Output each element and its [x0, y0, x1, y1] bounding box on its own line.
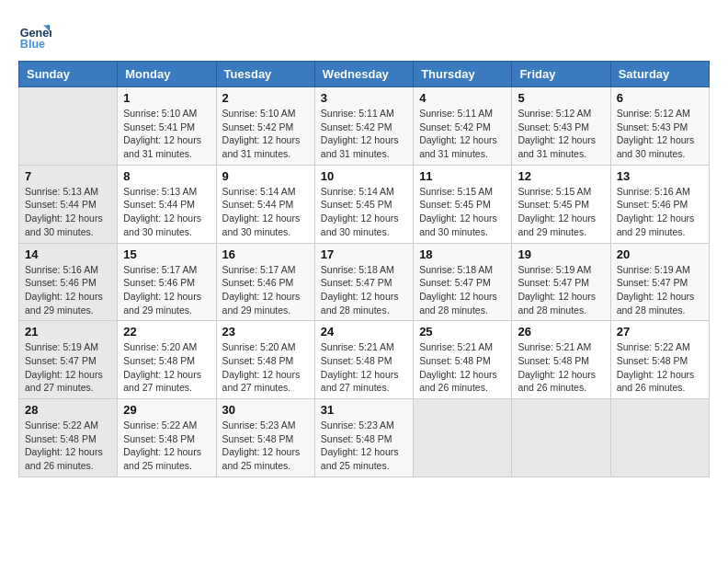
calendar-week-row: 28Sunrise: 5:22 AM Sunset: 5:48 PM Dayli… — [19, 399, 710, 477]
day-info: Sunrise: 5:21 AM Sunset: 5:48 PM Dayligh… — [419, 340, 506, 395]
day-number: 2 — [222, 91, 309, 105]
weekday-header: Sunday — [19, 62, 118, 87]
calendar-cell: 17Sunrise: 5:18 AM Sunset: 5:47 PM Dayli… — [314, 243, 413, 321]
calendar-cell: 13Sunrise: 5:16 AM Sunset: 5:46 PM Dayli… — [610, 165, 709, 243]
day-number: 13 — [617, 169, 703, 183]
day-number: 17 — [321, 247, 407, 261]
day-number: 12 — [518, 169, 604, 183]
weekday-header: Thursday — [414, 62, 512, 87]
calendar-cell: 6Sunrise: 5:12 AM Sunset: 5:43 PM Daylig… — [610, 87, 709, 166]
day-number: 21 — [25, 325, 111, 339]
day-info: Sunrise: 5:10 AM Sunset: 5:42 PM Dayligh… — [222, 107, 309, 161]
day-info: Sunrise: 5:13 AM Sunset: 5:44 PM Dayligh… — [123, 185, 210, 239]
calendar-cell: 31Sunrise: 5:23 AM Sunset: 5:48 PM Dayli… — [314, 399, 413, 477]
calendar-cell: 1Sunrise: 5:10 AM Sunset: 5:41 PM Daylig… — [118, 87, 216, 166]
calendar-cell: 26Sunrise: 5:21 AM Sunset: 5:48 PM Dayli… — [512, 321, 610, 399]
calendar-week-row: 14Sunrise: 5:16 AM Sunset: 5:46 PM Dayli… — [19, 243, 710, 321]
calendar-cell: 22Sunrise: 5:20 AM Sunset: 5:48 PM Dayli… — [118, 321, 216, 399]
weekday-header: Monday — [118, 62, 216, 87]
day-number: 29 — [123, 403, 210, 417]
calendar-cell: 20Sunrise: 5:19 AM Sunset: 5:47 PM Dayli… — [610, 243, 709, 321]
day-number: 11 — [419, 169, 506, 183]
day-info: Sunrise: 5:19 AM Sunset: 5:47 PM Dayligh… — [518, 263, 604, 317]
weekday-header: Tuesday — [216, 62, 314, 87]
day-info: Sunrise: 5:15 AM Sunset: 5:45 PM Dayligh… — [518, 185, 604, 239]
calendar-cell: 24Sunrise: 5:21 AM Sunset: 5:48 PM Dayli… — [314, 321, 413, 399]
day-info: Sunrise: 5:19 AM Sunset: 5:47 PM Dayligh… — [617, 263, 703, 317]
calendar-cell: 4Sunrise: 5:11 AM Sunset: 5:42 PM Daylig… — [414, 87, 512, 166]
calendar-header: SundayMondayTuesdayWednesdayThursdayFrid… — [19, 62, 710, 87]
calendar-cell: 30Sunrise: 5:23 AM Sunset: 5:48 PM Dayli… — [216, 399, 314, 477]
day-number: 28 — [25, 403, 111, 417]
day-number: 26 — [518, 325, 604, 339]
svg-text:Blue: Blue — [20, 38, 45, 51]
calendar-week-row: 7Sunrise: 5:13 AM Sunset: 5:44 PM Daylig… — [19, 165, 710, 243]
day-info: Sunrise: 5:16 AM Sunset: 5:46 PM Dayligh… — [617, 185, 703, 239]
day-info: Sunrise: 5:18 AM Sunset: 5:47 PM Dayligh… — [321, 263, 407, 317]
day-info: Sunrise: 5:23 AM Sunset: 5:48 PM Dayligh… — [222, 419, 309, 473]
day-info: Sunrise: 5:13 AM Sunset: 5:44 PM Dayligh… — [25, 185, 111, 239]
day-info: Sunrise: 5:12 AM Sunset: 5:43 PM Dayligh… — [518, 107, 604, 161]
calendar-cell: 5Sunrise: 5:12 AM Sunset: 5:43 PM Daylig… — [512, 87, 610, 166]
calendar-cell: 29Sunrise: 5:22 AM Sunset: 5:48 PM Dayli… — [118, 399, 216, 477]
calendar-cell: 9Sunrise: 5:14 AM Sunset: 5:44 PM Daylig… — [216, 165, 314, 243]
day-info: Sunrise: 5:22 AM Sunset: 5:48 PM Dayligh… — [25, 419, 111, 473]
day-info: Sunrise: 5:21 AM Sunset: 5:48 PM Dayligh… — [321, 340, 407, 395]
calendar-cell: 18Sunrise: 5:18 AM Sunset: 5:47 PM Dayli… — [414, 243, 512, 321]
calendar-cell: 11Sunrise: 5:15 AM Sunset: 5:45 PM Dayli… — [414, 165, 512, 243]
day-number: 15 — [123, 247, 210, 261]
calendar-cell: 14Sunrise: 5:16 AM Sunset: 5:46 PM Dayli… — [19, 243, 118, 321]
day-info: Sunrise: 5:12 AM Sunset: 5:43 PM Dayligh… — [617, 107, 703, 161]
day-number: 10 — [321, 169, 407, 183]
calendar-cell: 3Sunrise: 5:11 AM Sunset: 5:42 PM Daylig… — [314, 87, 413, 166]
day-number: 5 — [518, 91, 604, 105]
day-info: Sunrise: 5:17 AM Sunset: 5:46 PM Dayligh… — [123, 263, 210, 317]
day-number: 3 — [321, 91, 407, 105]
calendar-cell: 10Sunrise: 5:14 AM Sunset: 5:45 PM Dayli… — [314, 165, 413, 243]
day-info: Sunrise: 5:11 AM Sunset: 5:42 PM Dayligh… — [419, 107, 506, 161]
day-info: Sunrise: 5:15 AM Sunset: 5:45 PM Dayligh… — [419, 185, 506, 239]
day-number: 30 — [222, 403, 309, 417]
day-number: 8 — [123, 169, 210, 183]
calendar-cell: 2Sunrise: 5:10 AM Sunset: 5:42 PM Daylig… — [216, 87, 314, 166]
day-number: 6 — [617, 91, 703, 105]
day-number: 31 — [321, 403, 407, 417]
day-info: Sunrise: 5:20 AM Sunset: 5:48 PM Dayligh… — [222, 340, 309, 395]
calendar-cell: 16Sunrise: 5:17 AM Sunset: 5:46 PM Dayli… — [216, 243, 314, 321]
day-info: Sunrise: 5:19 AM Sunset: 5:47 PM Dayligh… — [25, 340, 111, 395]
day-info: Sunrise: 5:16 AM Sunset: 5:46 PM Dayligh… — [25, 263, 111, 317]
day-number: 22 — [123, 325, 210, 339]
day-number: 25 — [419, 325, 506, 339]
calendar-cell: 27Sunrise: 5:22 AM Sunset: 5:48 PM Dayli… — [610, 321, 709, 399]
day-info: Sunrise: 5:23 AM Sunset: 5:48 PM Dayligh… — [321, 419, 407, 473]
day-number: 27 — [617, 325, 703, 339]
calendar-cell — [512, 399, 610, 477]
calendar-table: SundayMondayTuesdayWednesdayThursdayFrid… — [18, 61, 710, 477]
calendar-cell: 19Sunrise: 5:19 AM Sunset: 5:47 PM Dayli… — [512, 243, 610, 321]
day-number: 9 — [222, 169, 309, 183]
day-info: Sunrise: 5:22 AM Sunset: 5:48 PM Dayligh… — [617, 340, 703, 395]
day-info: Sunrise: 5:10 AM Sunset: 5:41 PM Dayligh… — [123, 107, 210, 161]
day-info: Sunrise: 5:21 AM Sunset: 5:48 PM Dayligh… — [518, 340, 604, 395]
calendar-cell: 21Sunrise: 5:19 AM Sunset: 5:47 PM Dayli… — [19, 321, 118, 399]
weekday-header: Saturday — [610, 62, 709, 87]
calendar-cell — [414, 399, 512, 477]
calendar-cell: 15Sunrise: 5:17 AM Sunset: 5:46 PM Dayli… — [118, 243, 216, 321]
weekday-header: Wednesday — [314, 62, 413, 87]
day-number: 19 — [518, 247, 604, 261]
calendar-cell: 12Sunrise: 5:15 AM Sunset: 5:45 PM Dayli… — [512, 165, 610, 243]
calendar-cell: 7Sunrise: 5:13 AM Sunset: 5:44 PM Daylig… — [19, 165, 118, 243]
day-number: 20 — [617, 247, 703, 261]
day-number: 18 — [419, 247, 506, 261]
calendar-week-row: 21Sunrise: 5:19 AM Sunset: 5:47 PM Dayli… — [19, 321, 710, 399]
day-number: 24 — [321, 325, 407, 339]
weekday-header: Friday — [512, 62, 610, 87]
calendar-cell: 8Sunrise: 5:13 AM Sunset: 5:44 PM Daylig… — [118, 165, 216, 243]
day-number: 7 — [25, 169, 111, 183]
day-info: Sunrise: 5:14 AM Sunset: 5:44 PM Dayligh… — [222, 185, 309, 239]
calendar-cell: 25Sunrise: 5:21 AM Sunset: 5:48 PM Dayli… — [414, 321, 512, 399]
day-info: Sunrise: 5:17 AM Sunset: 5:46 PM Dayligh… — [222, 263, 309, 317]
day-number: 1 — [123, 91, 210, 105]
day-number: 16 — [222, 247, 309, 261]
day-info: Sunrise: 5:22 AM Sunset: 5:48 PM Dayligh… — [123, 419, 210, 473]
